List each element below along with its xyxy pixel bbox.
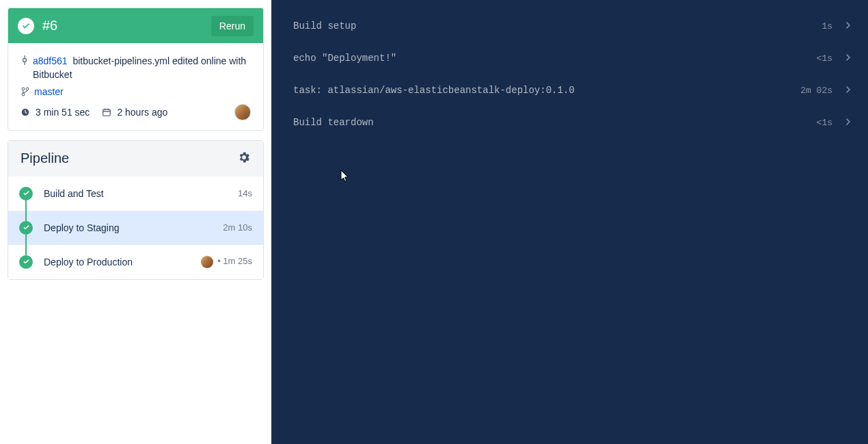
log-line[interactable]: echo "Deployment!" <1s [293, 51, 852, 65]
svg-point-4 [26, 88, 29, 90]
step-name: Build and Test [44, 188, 238, 199]
chevron-right-icon [845, 85, 852, 96]
svg-rect-7 [103, 109, 111, 116]
log-text: echo "Deployment!" [293, 53, 817, 64]
step-name: Deploy to Production [44, 257, 201, 267]
build-number: #6 [42, 18, 211, 34]
pipeline-step[interactable]: Deploy to Production • 1m 25s [8, 245, 263, 279]
log-line[interactable]: Build teardown <1s [293, 116, 852, 129]
svg-point-3 [22, 88, 25, 90]
chevron-right-icon [845, 53, 852, 64]
step-success-icon [19, 255, 33, 269]
rerun-button[interactable]: Rerun [211, 16, 254, 36]
branch-name[interactable]: master [34, 86, 64, 97]
log-time: 1s [822, 21, 832, 31]
log-time: <1s [817, 118, 832, 128]
build-header: #6 Rerun [8, 8, 263, 43]
calendar-icon [102, 107, 113, 117]
pipeline-card: Pipeline Build and Test 14s Deploy to St… [8, 140, 264, 280]
commit-hash[interactable]: a8df561 [33, 55, 68, 66]
svg-point-0 [23, 59, 26, 62]
step-connector [25, 235, 27, 255]
chevron-right-icon [845, 21, 852, 31]
pipeline-step[interactable]: Deploy to Staging 2m 10s [8, 211, 263, 245]
branch-link[interactable]: master [21, 86, 251, 97]
step-success-icon [19, 187, 33, 200]
clock-icon [21, 107, 31, 117]
success-check-icon [18, 18, 34, 34]
log-time: <1s [817, 53, 832, 64]
log-line[interactable]: Build setup 1s [293, 19, 852, 33]
step-connector [25, 200, 27, 221]
log-text: Build teardown [293, 117, 817, 128]
commit-link[interactable]: a8df561 bitbucket-pipelines.yml edited o… [21, 54, 251, 82]
log-line[interactable]: task: atlassian/aws-elasticbeanstalk-dep… [293, 83, 852, 97]
build-summary-card: #6 Rerun a8df561 bitbucket-pipelines.yml… [8, 8, 264, 131]
pipeline-title: Pipeline [21, 151, 69, 166]
step-time: • 1m 25s [201, 256, 252, 268]
chevron-right-icon [845, 117, 852, 128]
branch-icon [21, 87, 30, 96]
step-time: 2m 10s [223, 222, 252, 233]
avatar [201, 256, 213, 268]
avatar[interactable] [234, 104, 251, 120]
step-time: 14s [238, 188, 252, 198]
commit-icon [21, 54, 29, 65]
pipeline-step[interactable]: Build and Test 14s [8, 177, 263, 211]
log-text: Build setup [293, 21, 822, 31]
step-name: Deploy to Staging [44, 222, 223, 233]
log-panel: Build setup 1s echo "Deployment!" <1s ta… [271, 0, 868, 444]
gear-icon[interactable] [237, 151, 251, 167]
step-success-icon [19, 221, 33, 235]
log-time: 2m 02s [800, 86, 832, 96]
timestamp: 2 hours ago [102, 107, 167, 118]
duration: 3 min 51 sec [21, 107, 90, 118]
log-text: task: atlassian/aws-elasticbeanstalk-dep… [293, 85, 800, 96]
